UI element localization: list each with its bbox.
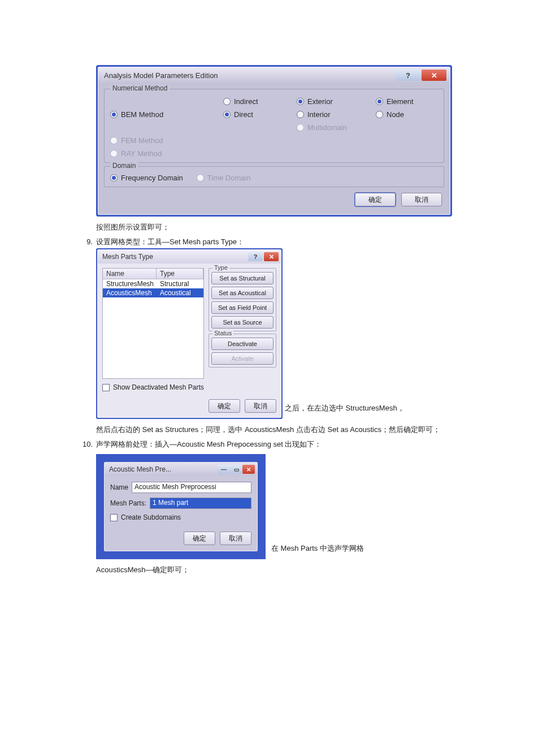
cell-type: Structural	[157, 279, 203, 288]
group-legend: Status	[212, 330, 233, 336]
radio-label: BEM Method	[121, 110, 163, 119]
name-label: Name	[110, 483, 128, 491]
radio-direct[interactable]: Direct	[223, 110, 297, 119]
close-button[interactable]: ✕	[264, 252, 279, 261]
radio-exterior[interactable]: Exterior	[297, 97, 376, 106]
checkbox-icon	[102, 384, 110, 391]
group-legend: Domain	[110, 162, 138, 170]
ok-button[interactable]: 确定	[355, 193, 396, 206]
name-input[interactable]: Acoustic Mesh Preprocessi	[132, 482, 251, 493]
cell-name: AcousticsMesh	[103, 288, 157, 297]
status-group: Status Deactivate Activate	[209, 334, 276, 368]
dialog-title: Analysis Model Parameters Edition	[104, 71, 396, 80]
set-as-field-point-button[interactable]: Set as Field Point	[211, 301, 273, 314]
ok-button[interactable]: 确定	[184, 532, 215, 545]
narrative-text: 然后点右边的 Set as Structures；同理，选中 Acoustics…	[96, 424, 466, 436]
narrative-text: 之后，在左边选中 StructuresMesh，	[285, 402, 405, 414]
list-text: 设置网格类型：工具—Set Mesh parts Type：	[96, 236, 244, 248]
radio-label: Direct	[234, 110, 253, 119]
set-as-acoustical-button[interactable]: Set as Acoustical	[211, 287, 273, 299]
column-header-type[interactable]: Type	[157, 269, 203, 279]
narrative-text: AcousticsMesh—确定即可；	[96, 564, 466, 576]
radio-bem-method[interactable]: BEM Method	[110, 110, 223, 119]
cancel-button[interactable]: 取消	[245, 399, 276, 413]
minimize-button[interactable]: —	[218, 465, 230, 474]
create-subdomains-checkbox[interactable]: Create Subdomains	[110, 513, 251, 521]
list-number: 9.	[79, 236, 93, 248]
set-as-source-button[interactable]: Set as Source	[211, 316, 273, 329]
cell-type: Acoustical	[157, 288, 203, 297]
close-button[interactable]: ✕	[242, 465, 255, 474]
radio-label: RAY Method	[121, 149, 162, 158]
deactivate-button[interactable]: Deactivate	[211, 338, 273, 350]
radio-label: Interior	[307, 110, 330, 119]
radio-label: Node	[387, 110, 404, 119]
column-header-name[interactable]: Name	[103, 269, 157, 279]
dialog-title: Mesh Parts Type	[102, 253, 248, 261]
list-text: 声学网格前处理：插入—Acoustic Mesh Prepocessing se…	[96, 438, 322, 451]
narrative-text: 在 Mesh Parts 中选声学网格	[271, 542, 364, 555]
group-legend: Type	[212, 264, 229, 271]
mesh-parts-input[interactable]: 1 Mesh part	[150, 498, 251, 509]
activate-button: Activate	[211, 352, 273, 365]
checkbox-label: Show Deactivated Mesh Parts	[113, 383, 204, 391]
list-item: 9. 设置网格类型：工具—Set Mesh parts Type：	[79, 236, 466, 248]
radio-label: Frequency Domain	[121, 174, 183, 182]
ok-button[interactable]: 确定	[209, 399, 240, 413]
dialog-titlebar: Analysis Model Parameters Edition ? ✕	[98, 67, 450, 83]
radio-multidomain: Multidomain	[297, 123, 376, 132]
radio-interior[interactable]: Interior	[297, 110, 376, 119]
cell-name: StructuresMesh	[103, 279, 157, 288]
radio-label: FEM Method	[121, 136, 163, 145]
checkbox-icon	[110, 514, 118, 521]
mesh-parts-table[interactable]: Name Type StructuresMesh Structural Acou…	[102, 268, 204, 379]
dialog-titlebar: Mesh Parts Type ? ✕	[98, 250, 281, 263]
list-number: 10.	[79, 438, 93, 451]
radio-label: Multidomain	[307, 123, 347, 132]
acoustic-mesh-preprocessing-dialog: Acoustic Mesh Pre... — ▭ ✕ Name Acoustic…	[96, 454, 266, 559]
domain-group: Domain Frequency Domain Time Domain	[104, 166, 444, 187]
name-field-row: Name Acoustic Mesh Preprocessi	[110, 482, 251, 493]
cancel-button[interactable]: 取消	[220, 532, 251, 545]
radio-indirect[interactable]: Indirect	[223, 97, 297, 106]
dialog-title: Acoustic Mesh Pre...	[109, 465, 218, 473]
radio-node[interactable]: Node	[376, 110, 444, 119]
radio-element[interactable]: Element	[376, 97, 444, 106]
help-button[interactable]: ?	[396, 70, 420, 81]
set-as-structural-button[interactable]: Set as Structural	[211, 272, 273, 284]
show-deactivated-checkbox[interactable]: Show Deactivated Mesh Parts	[102, 383, 204, 391]
radio-frequency-domain[interactable]: Frequency Domain	[110, 174, 183, 182]
radio-label: Indirect	[234, 97, 258, 106]
table-row[interactable]: StructuresMesh Structural	[103, 279, 203, 288]
type-group: Type Set as Structural Set as Acoustical…	[209, 268, 276, 331]
analysis-model-parameters-dialog: Analysis Model Parameters Edition ? ✕ Nu…	[96, 65, 452, 217]
close-button[interactable]: ✕	[422, 70, 446, 81]
narrative-text: 按照图所示设置即可；	[96, 221, 466, 234]
table-row[interactable]: AcousticsMesh Acoustical	[103, 288, 203, 297]
mesh-parts-label: Mesh Parts:	[110, 499, 146, 507]
list-item: 10. 声学网格前处理：插入—Acoustic Mesh Prepocessin…	[79, 438, 466, 451]
radio-label: Exterior	[307, 97, 333, 106]
checkbox-label: Create Subdomains	[121, 513, 181, 521]
radio-ray-method: RAY Method	[110, 149, 223, 158]
mesh-parts-field-row: Mesh Parts: 1 Mesh part	[110, 498, 251, 509]
maximize-button[interactable]: ▭	[230, 465, 242, 474]
radio-fem-method: FEM Method	[110, 136, 223, 145]
group-legend: Numerical Method	[110, 84, 170, 92]
help-button[interactable]: ?	[248, 252, 263, 261]
radio-label: Element	[387, 97, 414, 106]
dialog-titlebar: Acoustic Mesh Pre... — ▭ ✕	[105, 463, 257, 476]
cancel-button[interactable]: 取消	[401, 193, 442, 206]
mesh-parts-type-dialog: Mesh Parts Type ? ✕ Name Type	[96, 248, 283, 419]
radio-time-domain: Time Domain	[197, 174, 251, 182]
numerical-method-group: Numerical Method Indirect Exterior	[104, 89, 444, 163]
radio-label: Time Domain	[207, 174, 251, 182]
